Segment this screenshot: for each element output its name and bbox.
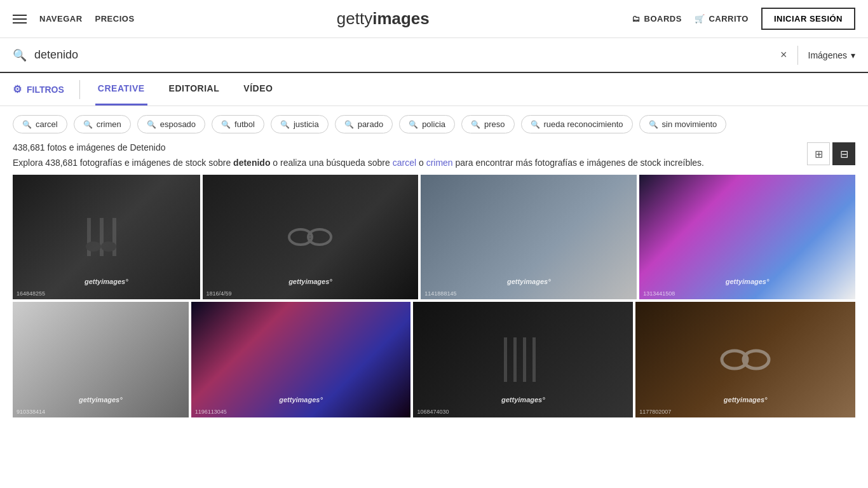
- boards-icon: 🗂: [632, 14, 641, 24]
- image-cell[interactable]: gettyimages° 164848255: [13, 175, 200, 299]
- search-type-dropdown[interactable]: Imágenes ▾: [808, 50, 855, 60]
- chip-search-icon: 🔍: [147, 120, 156, 129]
- chip-esposado[interactable]: 🔍 esposado: [137, 115, 205, 133]
- boards-button[interactable]: 🗂 BOARDS: [632, 14, 682, 24]
- chip-label: justicia: [294, 119, 319, 129]
- image-cell[interactable]: gettyimages° 1177802007: [635, 302, 855, 417]
- header-left: NAVEGAR PRECIOS: [13, 14, 135, 24]
- desc-suffix: para encontrar más fotografías e imágene…: [453, 158, 704, 168]
- chip-label: futbol: [234, 119, 255, 129]
- desc-link-crimen[interactable]: crimen: [426, 158, 453, 168]
- chip-search-icon: 🔍: [531, 120, 540, 129]
- site-header: NAVEGAR PRECIOS gettyimages 🗂 BOARDS 🛒 C…: [0, 0, 868, 38]
- search-bar: 🔍 × Imágenes ▾: [0, 38, 868, 73]
- svg-rect-11: [532, 337, 536, 382]
- results-description: Explora 438,681 fotografías e imágenes d…: [13, 156, 704, 170]
- chip-search-icon: 🔍: [22, 120, 32, 129]
- image-cell[interactable]: gettyimages° 1068474030: [413, 302, 633, 417]
- grid-view-button[interactable]: ⊞: [807, 142, 830, 165]
- chip-preso[interactable]: 🔍 preso: [461, 115, 515, 133]
- chip-label: policia: [422, 119, 445, 129]
- image-cell[interactable]: gettyimages° 910338414: [13, 302, 189, 417]
- signin-button[interactable]: INICIAR SESIÓN: [761, 8, 855, 30]
- search-clear-button[interactable]: ×: [780, 48, 787, 62]
- desc-or: o: [416, 158, 426, 168]
- svg-rect-9: [513, 337, 517, 382]
- logo-part1: getty: [337, 9, 372, 28]
- chip-label: esposado: [160, 119, 196, 129]
- chip-justicia[interactable]: 🔍 justicia: [271, 115, 329, 133]
- chip-search-icon: 🔍: [221, 120, 231, 129]
- image-grid: gettyimages° 164848255 gettyimages° 1816…: [0, 175, 868, 417]
- svg-rect-8: [504, 337, 507, 382]
- svg-point-3: [86, 241, 101, 252]
- search-type-label: Imágenes: [808, 50, 847, 60]
- chip-search-icon: 🔍: [344, 120, 354, 129]
- desc-middle: o realiza una búsqueda sobre: [270, 158, 392, 168]
- desc-prefix: Explora 438,681 fotografías e imágenes d…: [13, 158, 233, 168]
- image-cell[interactable]: gettyimages° 1313441508: [639, 175, 855, 299]
- desc-keyword: detenido: [233, 158, 270, 168]
- chip-rueda-reconocimiento[interactable]: 🔍 rueda reconocimiento: [521, 115, 633, 133]
- image-row-2: gettyimages° 910338414 gettyimages° 1196…: [13, 302, 855, 417]
- results-header: 438,681 fotos e imágenes de Detenido Exp…: [0, 142, 868, 175]
- nav-precios[interactable]: PRECIOS: [95, 14, 135, 24]
- chip-label: carcel: [36, 119, 58, 129]
- boards-label: BOARDS: [644, 14, 682, 24]
- svg-rect-1: [100, 218, 104, 256]
- chip-search-icon: 🔍: [649, 120, 658, 129]
- image-row-1: gettyimages° 164848255 gettyimages° 1816…: [13, 175, 855, 299]
- search-input[interactable]: [34, 48, 780, 62]
- search-divider: [797, 46, 798, 65]
- chip-label: rueda reconocimiento: [544, 119, 623, 129]
- image-cell[interactable]: gettyimages° 1196113045: [191, 302, 411, 417]
- chip-futbol[interactable]: 🔍 futbol: [212, 115, 264, 133]
- chip-search-icon: 🔍: [409, 120, 418, 129]
- chip-search-icon: 🔍: [280, 120, 290, 129]
- svg-rect-10: [523, 337, 526, 382]
- header-right: 🗂 BOARDS 🛒 CARRITO INICIAR SESIÓN: [632, 8, 855, 30]
- filters-label: FILTROS: [27, 85, 64, 95]
- chip-carcel[interactable]: 🔍 carcel: [13, 115, 67, 133]
- filter-icon: ⚙: [13, 83, 22, 95]
- desc-link-carcel[interactable]: carcel: [393, 158, 416, 168]
- chip-label: crimen: [97, 119, 121, 129]
- filter-bar: ⚙ FILTROS CREATIVE EDITORIAL VÍDEO: [0, 73, 868, 106]
- mosaic-view-button[interactable]: ⊟: [832, 142, 855, 165]
- image-cell[interactable]: gettyimages° 1141888145: [421, 175, 637, 299]
- tab-creative[interactable]: CREATIVE: [95, 73, 147, 105]
- image-cell[interactable]: gettyimages° 1816/4/59: [203, 175, 419, 299]
- filter-tab-divider: [79, 80, 80, 99]
- hamburger-menu[interactable]: [13, 15, 27, 24]
- suggestion-chips: 🔍 carcel 🔍 crimen 🔍 esposado 🔍 futbol 🔍 …: [0, 106, 868, 142]
- tab-video[interactable]: VÍDEO: [241, 73, 275, 105]
- site-logo[interactable]: gettyimages: [337, 9, 430, 29]
- chip-policia[interactable]: 🔍 policia: [399, 115, 455, 133]
- cart-label: CARRITO: [709, 14, 748, 24]
- results-count: 438,681 fotos e imágenes de Detenido: [13, 142, 704, 152]
- chip-crimen[interactable]: 🔍 crimen: [74, 115, 131, 133]
- cart-icon: 🛒: [695, 14, 705, 24]
- chip-sin-movimiento[interactable]: 🔍 sin movimiento: [639, 115, 727, 133]
- tab-editorial[interactable]: EDITORIAL: [166, 73, 222, 105]
- chip-label: preso: [484, 119, 505, 129]
- chip-label: parado: [358, 119, 383, 129]
- chip-parado[interactable]: 🔍 parado: [335, 115, 393, 133]
- chip-search-icon: 🔍: [471, 120, 480, 129]
- cart-button[interactable]: 🛒 CARRITO: [695, 14, 749, 24]
- filters-button[interactable]: ⚙ FILTROS: [13, 83, 64, 95]
- nav-navegar[interactable]: NAVEGAR: [39, 14, 83, 24]
- chip-search-icon: 🔍: [83, 120, 93, 129]
- logo-part2: images: [372, 9, 430, 28]
- search-icon: 🔍: [13, 48, 27, 62]
- view-toggle: ⊞ ⊟: [807, 142, 855, 165]
- svg-point-4: [101, 241, 116, 252]
- chevron-down-icon: ▾: [851, 50, 855, 60]
- chip-label: sin movimiento: [662, 119, 717, 129]
- results-info: 438,681 fotos e imágenes de Detenido Exp…: [13, 142, 704, 170]
